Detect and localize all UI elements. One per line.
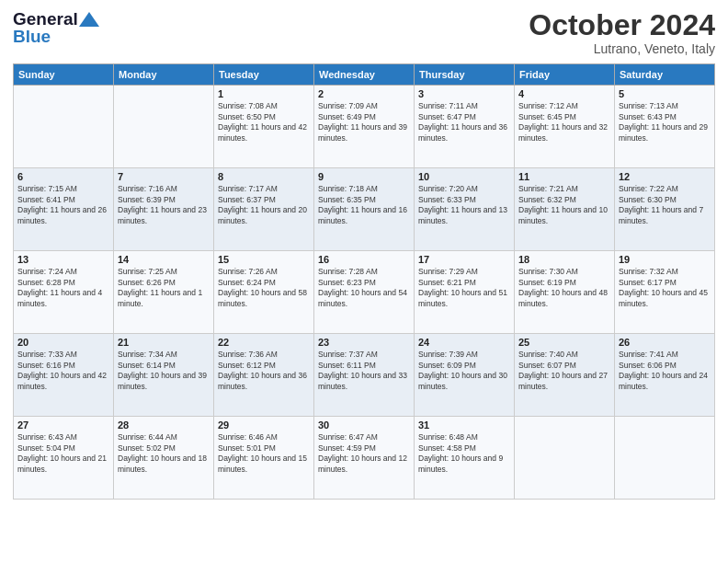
day-info: Sunrise: 7:41 AMSunset: 6:06 PMDaylight:… [619, 350, 711, 392]
calendar-cell: 15Sunrise: 7:26 AMSunset: 6:24 PMDayligh… [214, 251, 314, 334]
calendar-cell: 21Sunrise: 7:34 AMSunset: 6:14 PMDayligh… [114, 334, 214, 417]
logo: General Blue [13, 9, 99, 47]
calendar-cell: 18Sunrise: 7:30 AMSunset: 6:19 PMDayligh… [515, 251, 615, 334]
logo-icon [79, 12, 99, 27]
day-info: Sunrise: 7:13 AMSunset: 6:43 PMDaylight:… [619, 101, 711, 144]
day-info: Sunrise: 7:08 AMSunset: 6:50 PMDaylight:… [218, 101, 310, 144]
calendar-cell: 3Sunrise: 7:11 AMSunset: 6:47 PMDaylight… [415, 86, 515, 168]
day-number: 10 [418, 171, 510, 182]
day-info: Sunrise: 7:24 AMSunset: 6:28 PMDaylight:… [17, 267, 109, 309]
day-number: 19 [619, 254, 711, 265]
calendar-table: SundayMondayTuesdayWednesdayThursdayFrid… [13, 63, 715, 500]
day-number: 16 [318, 254, 410, 265]
calendar-cell: 27Sunrise: 6:43 AMSunset: 5:04 PMDayligh… [14, 417, 114, 500]
calendar-cell: 24Sunrise: 7:39 AMSunset: 6:09 PMDayligh… [415, 334, 515, 417]
day-info: Sunrise: 6:48 AMSunset: 4:58 PMDaylight:… [418, 432, 510, 475]
calendar-cell: 11Sunrise: 7:21 AMSunset: 6:32 PMDayligh… [515, 168, 615, 251]
day-of-week-header: Monday [114, 64, 214, 86]
day-info: Sunrise: 7:12 AMSunset: 6:45 PMDaylight:… [518, 101, 610, 144]
day-info: Sunrise: 6:43 AMSunset: 5:04 PMDaylight:… [17, 432, 109, 475]
header-row: SundayMondayTuesdayWednesdayThursdayFrid… [14, 64, 715, 86]
calendar-cell: 25Sunrise: 7:40 AMSunset: 6:07 PMDayligh… [515, 334, 615, 417]
calendar-week-row: 27Sunrise: 6:43 AMSunset: 5:04 PMDayligh… [14, 417, 715, 500]
calendar-cell: 5Sunrise: 7:13 AMSunset: 6:43 PMDaylight… [615, 86, 715, 168]
day-number: 13 [17, 254, 109, 265]
calendar-cell: 14Sunrise: 7:25 AMSunset: 6:26 PMDayligh… [114, 251, 214, 334]
calendar-cell: 4Sunrise: 7:12 AMSunset: 6:45 PMDaylight… [515, 86, 615, 168]
day-info: Sunrise: 7:26 AMSunset: 6:24 PMDaylight:… [218, 267, 310, 309]
calendar-cell: 19Sunrise: 7:32 AMSunset: 6:17 PMDayligh… [615, 251, 715, 334]
calendar-cell: 28Sunrise: 6:44 AMSunset: 5:02 PMDayligh… [114, 417, 214, 500]
day-number: 6 [17, 171, 109, 182]
day-info: Sunrise: 7:21 AMSunset: 6:32 PMDaylight:… [518, 184, 610, 226]
calendar-cell: 12Sunrise: 7:22 AMSunset: 6:30 PMDayligh… [615, 168, 715, 251]
day-info: Sunrise: 7:33 AMSunset: 6:16 PMDaylight:… [17, 350, 109, 392]
calendar-cell: 8Sunrise: 7:17 AMSunset: 6:37 PMDaylight… [214, 168, 314, 251]
calendar-cell [615, 417, 715, 500]
day-number: 20 [17, 337, 109, 348]
day-info: Sunrise: 6:47 AMSunset: 4:59 PMDaylight:… [318, 432, 410, 475]
day-info: Sunrise: 7:36 AMSunset: 6:12 PMDaylight:… [218, 350, 310, 392]
month-title: October 2024 [529, 9, 715, 41]
day-info: Sunrise: 7:17 AMSunset: 6:37 PMDaylight:… [218, 184, 310, 226]
day-number: 22 [218, 337, 310, 348]
calendar-cell: 17Sunrise: 7:29 AMSunset: 6:21 PMDayligh… [415, 251, 515, 334]
day-number: 12 [619, 171, 711, 182]
calendar-week-row: 13Sunrise: 7:24 AMSunset: 6:28 PMDayligh… [14, 251, 715, 334]
day-of-week-header: Wednesday [314, 64, 415, 86]
day-info: Sunrise: 7:32 AMSunset: 6:17 PMDaylight:… [619, 267, 711, 309]
day-info: Sunrise: 7:25 AMSunset: 6:26 PMDaylight:… [118, 267, 210, 309]
day-info: Sunrise: 7:34 AMSunset: 6:14 PMDaylight:… [118, 350, 210, 392]
calendar-cell: 6Sunrise: 7:15 AMSunset: 6:41 PMDaylight… [14, 168, 114, 251]
calendar-week-row: 1Sunrise: 7:08 AMSunset: 6:50 PMDaylight… [14, 86, 715, 168]
day-number: 27 [17, 419, 109, 431]
day-of-week-header: Thursday [415, 64, 515, 86]
day-info: Sunrise: 6:46 AMSunset: 5:01 PMDaylight:… [218, 432, 310, 475]
calendar-cell: 9Sunrise: 7:18 AMSunset: 6:35 PMDaylight… [314, 168, 415, 251]
day-number: 14 [118, 254, 210, 265]
title-block: October 2024 Lutrano, Veneto, Italy [529, 9, 715, 56]
day-info: Sunrise: 6:44 AMSunset: 5:02 PMDaylight:… [118, 432, 210, 475]
calendar-cell: 1Sunrise: 7:08 AMSunset: 6:50 PMDaylight… [214, 86, 314, 168]
day-info: Sunrise: 7:39 AMSunset: 6:09 PMDaylight:… [418, 350, 510, 392]
day-info: Sunrise: 7:29 AMSunset: 6:21 PMDaylight:… [418, 267, 510, 309]
day-info: Sunrise: 7:09 AMSunset: 6:49 PMDaylight:… [318, 101, 410, 144]
day-number: 24 [418, 337, 510, 348]
calendar-cell: 22Sunrise: 7:36 AMSunset: 6:12 PMDayligh… [214, 334, 314, 417]
day-number: 5 [619, 88, 711, 99]
calendar-cell: 7Sunrise: 7:16 AMSunset: 6:39 PMDaylight… [114, 168, 214, 251]
day-number: 17 [418, 254, 510, 265]
day-of-week-header: Saturday [615, 64, 715, 86]
calendar-week-row: 6Sunrise: 7:15 AMSunset: 6:41 PMDaylight… [14, 168, 715, 251]
day-number: 31 [418, 419, 510, 431]
day-of-week-header: Sunday [14, 64, 114, 86]
calendar-cell: 20Sunrise: 7:33 AMSunset: 6:16 PMDayligh… [14, 334, 114, 417]
day-info: Sunrise: 7:40 AMSunset: 6:07 PMDaylight:… [518, 350, 610, 392]
calendar-cell: 26Sunrise: 7:41 AMSunset: 6:06 PMDayligh… [615, 334, 715, 417]
day-number: 11 [518, 171, 610, 182]
calendar-cell [515, 417, 615, 500]
day-info: Sunrise: 7:28 AMSunset: 6:23 PMDaylight:… [318, 267, 410, 309]
header: General Blue October 2024 Lutrano, Venet… [13, 9, 715, 56]
calendar-cell: 16Sunrise: 7:28 AMSunset: 6:23 PMDayligh… [314, 251, 415, 334]
location: Lutrano, Veneto, Italy [529, 41, 715, 56]
day-number: 7 [118, 171, 210, 182]
day-info: Sunrise: 7:11 AMSunset: 6:47 PMDaylight:… [418, 101, 510, 144]
day-info: Sunrise: 7:16 AMSunset: 6:39 PMDaylight:… [118, 184, 210, 226]
day-info: Sunrise: 7:18 AMSunset: 6:35 PMDaylight:… [318, 184, 410, 226]
calendar-week-row: 20Sunrise: 7:33 AMSunset: 6:16 PMDayligh… [14, 334, 715, 417]
day-info: Sunrise: 7:30 AMSunset: 6:19 PMDaylight:… [518, 267, 610, 309]
day-number: 23 [318, 337, 410, 348]
calendar-cell: 30Sunrise: 6:47 AMSunset: 4:59 PMDayligh… [314, 417, 415, 500]
day-number: 9 [318, 171, 410, 182]
calendar-cell: 29Sunrise: 6:46 AMSunset: 5:01 PMDayligh… [214, 417, 314, 500]
calendar-cell: 13Sunrise: 7:24 AMSunset: 6:28 PMDayligh… [14, 251, 114, 334]
day-number: 2 [318, 88, 410, 99]
calendar-cell: 2Sunrise: 7:09 AMSunset: 6:49 PMDaylight… [314, 86, 415, 168]
day-number: 15 [218, 254, 310, 265]
day-number: 26 [619, 337, 711, 348]
calendar-cell: 31Sunrise: 6:48 AMSunset: 4:58 PMDayligh… [415, 417, 515, 500]
day-info: Sunrise: 7:15 AMSunset: 6:41 PMDaylight:… [17, 184, 109, 226]
day-info: Sunrise: 7:20 AMSunset: 6:33 PMDaylight:… [418, 184, 510, 226]
calendar-cell: 10Sunrise: 7:20 AMSunset: 6:33 PMDayligh… [415, 168, 515, 251]
